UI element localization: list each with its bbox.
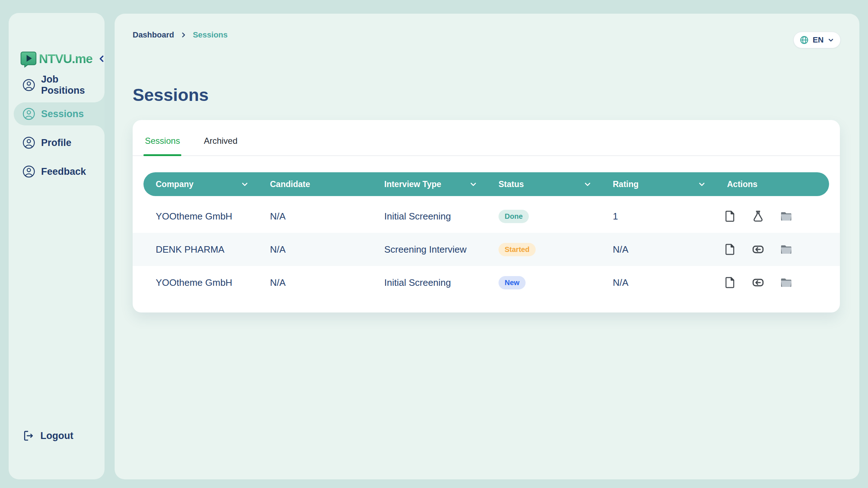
tab-archived[interactable]: Archived [202, 136, 239, 155]
folder-action-icon[interactable] [780, 243, 793, 256]
column-label: Rating [613, 179, 639, 189]
cell-company: YOOtheme GmbH [143, 211, 258, 222]
folder-action-icon[interactable] [780, 276, 793, 289]
cell-company: YOOtheme GmbH [143, 277, 258, 288]
table-row: DENK PHARMA N/A Screening Interview Star… [133, 233, 840, 266]
column-header-rating[interactable]: Rating [601, 179, 715, 189]
column-header-candidate: Candidate [258, 179, 372, 189]
logo-text: NTVU.me [39, 52, 93, 66]
sidebar-collapse-icon[interactable] [97, 54, 106, 63]
logout-button[interactable]: Logout [22, 424, 73, 447]
chevron-down-icon[interactable] [583, 180, 592, 188]
folder-action-icon[interactable] [780, 210, 793, 223]
back-action-icon[interactable] [752, 243, 765, 256]
logo: NTVU.me [19, 50, 106, 68]
table-row: YOOtheme GmbH N/A Initial Screening New … [133, 266, 840, 299]
logo-icon [19, 50, 37, 68]
logout-label: Logout [40, 430, 73, 442]
sidebar: NTVU.me Job Positions Sessions Profile F… [9, 13, 105, 479]
user-circle-icon [22, 79, 35, 92]
breadcrumb-dashboard[interactable]: Dashboard [133, 30, 174, 40]
chevron-right-icon [180, 31, 187, 39]
sessions-card: Sessions Archived Company Candidate Inte… [133, 120, 840, 312]
column-header-status[interactable]: Status [486, 179, 601, 189]
sidebar-item-label: Profile [41, 137, 71, 148]
cell-company: DENK PHARMA [143, 244, 258, 255]
cell-actions [715, 210, 829, 223]
cell-interview-type: Screening Interview [372, 244, 486, 255]
page-title: Sessions [133, 85, 209, 105]
sidebar-item-label: Feedback [41, 166, 86, 177]
cell-candidate: N/A [258, 244, 372, 255]
chevron-down-icon[interactable] [469, 180, 478, 188]
breadcrumb-sessions[interactable]: Sessions [193, 30, 228, 40]
cell-rating: 1 [601, 211, 715, 222]
tab-bar: Sessions Archived [133, 120, 840, 156]
cell-status: Started [486, 243, 601, 256]
column-header-company[interactable]: Company [143, 179, 258, 189]
table-row: YOOtheme GmbH N/A Initial Screening Done… [133, 200, 840, 233]
column-label: Candidate [270, 179, 310, 189]
breadcrumb: Dashboard Sessions [133, 30, 228, 40]
logout-icon [22, 430, 35, 442]
cell-candidate: N/A [258, 211, 372, 222]
sidebar-nav: Job Positions Sessions Profile Feedback [9, 74, 105, 183]
language-code: EN [812, 35, 824, 45]
status-badge: Started [499, 243, 536, 256]
cell-status: Done [486, 210, 601, 223]
cell-rating: N/A [601, 277, 715, 288]
user-circle-icon [22, 107, 35, 120]
cell-rating: N/A [601, 244, 715, 255]
sidebar-item-sessions[interactable]: Sessions [14, 102, 105, 125]
column-label: Status [499, 179, 524, 189]
language-selector[interactable]: EN [793, 32, 841, 48]
back-action-icon[interactable] [752, 276, 765, 289]
sidebar-item-profile[interactable]: Profile [9, 131, 105, 154]
sidebar-item-label: Sessions [41, 108, 84, 120]
column-header-interview-type[interactable]: Interview Type [372, 179, 486, 189]
document-action-icon[interactable] [723, 276, 736, 289]
cell-actions [715, 243, 829, 256]
chevron-down-icon[interactable] [698, 180, 706, 188]
sidebar-item-job-positions[interactable]: Job Positions [9, 74, 105, 97]
table-body: YOOtheme GmbH N/A Initial Screening Done… [133, 200, 840, 299]
status-badge: Done [499, 210, 529, 223]
cell-interview-type: Initial Screening [372, 211, 486, 222]
chevron-down-icon[interactable] [240, 180, 249, 188]
column-header-actions: Actions [715, 179, 829, 189]
cell-status: New [486, 276, 601, 289]
document-action-icon[interactable] [723, 243, 736, 256]
column-label: Interview Type [384, 179, 441, 189]
cell-actions [715, 276, 829, 289]
tab-sessions[interactable]: Sessions [143, 136, 181, 155]
status-badge: New [499, 276, 526, 289]
main-panel: Dashboard Sessions EN Sessions Sessions … [115, 14, 859, 479]
globe-icon [800, 35, 809, 45]
chevron-down-icon [827, 36, 834, 44]
cell-interview-type: Initial Screening [372, 277, 486, 288]
column-label: Company [156, 179, 194, 189]
column-label: Actions [727, 179, 757, 189]
app-root: { "brand": { "name": "NTVU.me" }, "sideb… [0, 0, 868, 488]
cell-candidate: N/A [258, 277, 372, 288]
flask-action-icon[interactable] [752, 210, 765, 223]
user-circle-icon [22, 136, 35, 149]
table-header: Company Candidate Interview Type Status … [143, 172, 829, 196]
document-action-icon[interactable] [723, 210, 736, 223]
user-circle-icon [22, 165, 35, 178]
sidebar-item-feedback[interactable]: Feedback [9, 160, 105, 183]
